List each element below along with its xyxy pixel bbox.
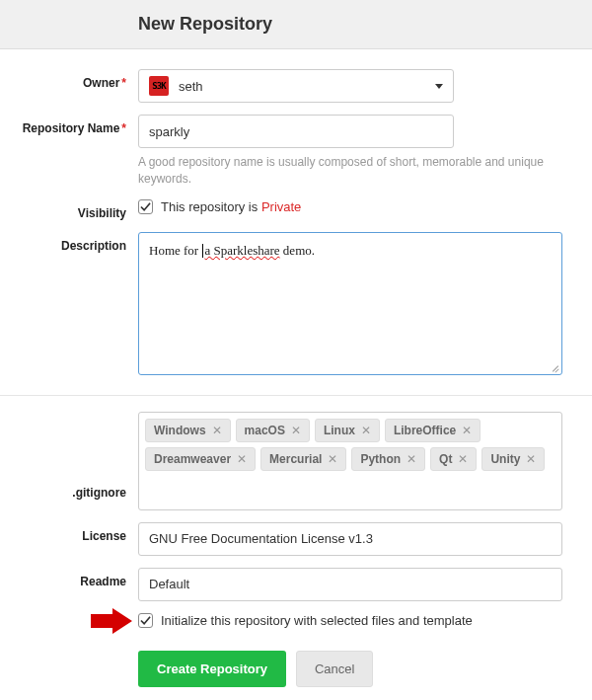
remove-tag-icon[interactable]: ✕: [462, 424, 472, 437]
owner-dropdown[interactable]: S3K seth: [138, 69, 454, 103]
description-label: Description: [0, 232, 138, 253]
gitignore-label: .gitignore: [0, 412, 138, 500]
reponame-row: Repository Name* A good repository name …: [0, 109, 592, 194]
remove-tag-icon[interactable]: ✕: [212, 424, 222, 437]
gitignore-input[interactable]: Windows✕macOS✕Linux✕LibreOffice✕Dreamwea…: [138, 412, 562, 510]
gitignore-tag[interactable]: Unity✕: [481, 447, 545, 471]
owner-value: seth: [179, 79, 435, 94]
license-row: License GNU Free Documentation License v…: [0, 516, 592, 562]
chevron-down-icon: [435, 84, 443, 89]
gitignore-tag[interactable]: LibreOffice✕: [385, 419, 481, 442]
init-checkbox[interactable]: [138, 613, 153, 628]
reponame-input[interactable]: [138, 115, 454, 148]
create-button[interactable]: Create Repository: [138, 651, 286, 687]
owner-avatar: S3K: [149, 76, 169, 96]
gitignore-tag[interactable]: Windows✕: [145, 419, 231, 442]
reponame-hint: A good repository name is usually compos…: [138, 154, 562, 188]
readme-label: Readme: [0, 568, 138, 588]
owner-label: Owner*: [0, 69, 138, 90]
gitignore-row: .gitignore Windows✕macOS✕Linux✕LibreOffi…: [0, 406, 592, 516]
visibility-row: Visibility This repository is Private: [0, 194, 592, 226]
owner-row: Owner* S3K seth: [0, 63, 592, 109]
gitignore-tag[interactable]: Qt✕: [430, 447, 477, 471]
remove-tag-icon[interactable]: ✕: [237, 452, 247, 466]
reponame-label: Repository Name*: [0, 115, 138, 135]
page-header: New Repository: [0, 0, 592, 49]
gitignore-tag[interactable]: Python✕: [351, 447, 425, 471]
license-label: License: [0, 522, 138, 543]
gitignore-tag[interactable]: macOS✕: [236, 419, 310, 442]
readme-row: Readme Default: [0, 562, 592, 607]
description-textarea[interactable]: Home for a Sparkleshare demo.: [138, 232, 562, 375]
remove-tag-icon[interactable]: ✕: [526, 452, 536, 466]
section-divider: [0, 395, 592, 396]
remove-tag-icon[interactable]: ✕: [361, 424, 371, 437]
check-icon: [140, 615, 151, 626]
description-row: Description Home for a Sparkleshare demo…: [0, 226, 592, 381]
gitignore-tag[interactable]: Dreamweaver✕: [145, 447, 256, 471]
page-title: New Repository: [138, 14, 592, 35]
gitignore-tag[interactable]: Linux✕: [315, 419, 380, 442]
remove-tag-icon[interactable]: ✕: [291, 424, 301, 437]
check-icon: [140, 201, 151, 212]
buttons-row: Create Repository Cancel: [0, 639, 592, 693]
visibility-label: Visibility: [0, 199, 138, 220]
resize-handle-icon[interactable]: [550, 362, 559, 372]
remove-tag-icon[interactable]: ✕: [407, 452, 416, 466]
remove-tag-icon[interactable]: ✕: [328, 452, 337, 466]
license-select[interactable]: GNU Free Documentation License v1.3: [138, 522, 562, 556]
new-repo-form: Owner* S3K seth Repository Name* A good …: [0, 49, 592, 693]
readme-select[interactable]: Default: [138, 568, 562, 601]
cancel-button[interactable]: Cancel: [296, 651, 373, 687]
init-row: Initialize this repository with selected…: [0, 607, 592, 639]
gitignore-tag[interactable]: Mercurial✕: [260, 447, 346, 471]
visibility-text: This repository is Private: [161, 199, 301, 214]
remove-tag-icon[interactable]: ✕: [458, 452, 468, 466]
init-label: Initialize this repository with selected…: [161, 613, 473, 628]
red-arrow-icon: [91, 608, 134, 638]
visibility-checkbox[interactable]: [138, 199, 153, 214]
